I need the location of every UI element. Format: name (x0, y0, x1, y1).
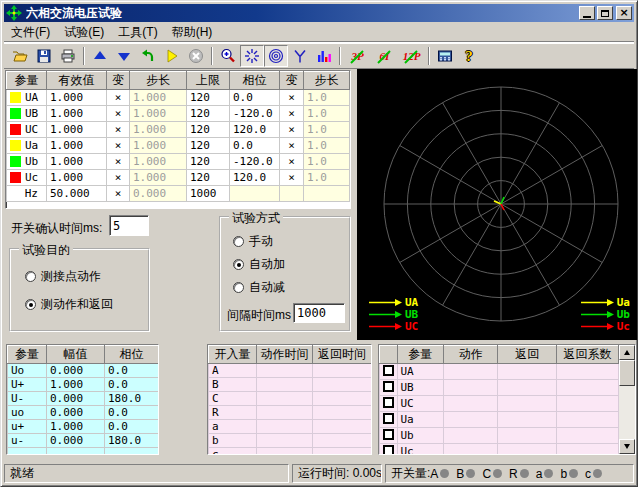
col-param: 参量 (397, 346, 443, 364)
phase-cell[interactable]: 120.0 (230, 170, 280, 186)
vary-cell[interactable]: × (107, 186, 130, 202)
y-connection-icon (292, 48, 308, 64)
checkbox[interactable] (383, 445, 394, 456)
vector-view-button[interactable] (240, 45, 264, 67)
phase-cell[interactable]: 0.0 (230, 90, 280, 106)
scroll-down-button[interactable] (619, 439, 635, 454)
interval-input[interactable] (293, 303, 345, 323)
menu-test[interactable]: 试验(E) (57, 22, 111, 43)
phase-cell[interactable]: -120.0 (230, 154, 280, 170)
help-button[interactable]: ? (457, 45, 481, 67)
mode-12p-button[interactable]: 12P (398, 45, 425, 67)
rms-cell[interactable]: 1.000 (47, 106, 107, 122)
phase-cell[interactable]: 120.0 (230, 122, 280, 138)
phase-cell[interactable]: -120.0 (230, 106, 280, 122)
vary-cell[interactable]: × (107, 154, 130, 170)
limit-cell[interactable]: 120 (187, 170, 230, 186)
radio-auto-decrease[interactable]: 自动减 (233, 279, 285, 296)
move-down-icon (116, 48, 132, 64)
calculator-button[interactable] (433, 45, 457, 67)
open-button[interactable] (8, 45, 32, 67)
limit-cell[interactable]: 120 (187, 154, 230, 170)
select-cell (380, 428, 398, 444)
radio-action-and-return[interactable]: 测动作和返回 (25, 296, 113, 313)
mode-3p-button[interactable]: 3P (344, 45, 371, 67)
toolbar-separator (339, 47, 341, 65)
rms-cell[interactable]: 50.000 (47, 186, 107, 202)
step-down-button[interactable] (112, 45, 136, 67)
zoom-button[interactable] (216, 45, 240, 67)
limit-cell[interactable]: 1000 (187, 186, 230, 202)
limit-cell[interactable]: 120 (187, 122, 230, 138)
action-time-cell (257, 448, 313, 456)
maximize-button[interactable] (597, 6, 613, 20)
table-header-row: 开入量 动作时间 返回时间 (209, 346, 372, 364)
switch-c2: c (585, 467, 591, 481)
vary-cell[interactable]: × (107, 138, 130, 154)
limit-cell[interactable]: 120 (187, 90, 230, 106)
step-cell: 1.000 (130, 138, 187, 154)
vary-cell[interactable]: × (280, 138, 304, 154)
step-up-button[interactable] (88, 45, 112, 67)
scroll-up-button[interactable] (619, 345, 635, 360)
rms-cell[interactable]: 1.000 (47, 154, 107, 170)
binary-input-table: 开入量 动作时间 返回时间 A B C R a b c (208, 345, 372, 455)
radio-manual[interactable]: 手动 (233, 233, 273, 250)
switch-state-icon (493, 469, 502, 478)
toolbar-separator (83, 47, 85, 65)
vary-cell[interactable]: × (107, 90, 130, 106)
switch-state-icon (544, 469, 553, 478)
limit-cell[interactable]: 120 (187, 106, 230, 122)
return-cell (498, 428, 557, 444)
table-row: U-0.000180.0 (8, 392, 159, 406)
vary-cell[interactable]: × (107, 122, 130, 138)
mode-6i-button[interactable]: 6I (371, 45, 398, 67)
app-window: 六相交流电压试验 × 文件(F) 试验(E) 工具(T) 帮助(H) (0, 0, 638, 487)
phase-cell (230, 186, 280, 202)
menu-help[interactable]: 帮助(H) (165, 22, 220, 43)
vary-cell[interactable]: × (280, 106, 304, 122)
radio-auto-increase[interactable]: 自动加 (233, 256, 285, 273)
run-button[interactable] (160, 45, 184, 67)
checkbox[interactable] (383, 429, 394, 440)
minimize-button[interactable] (579, 6, 595, 20)
checkbox[interactable] (383, 365, 394, 376)
vary-cell[interactable]: × (107, 106, 130, 122)
phase-cell[interactable]: 0.0 (230, 138, 280, 154)
print-button[interactable] (56, 45, 80, 67)
radio-icon (25, 299, 36, 310)
rms-cell[interactable]: 1.000 (47, 170, 107, 186)
table-row: R (209, 406, 372, 420)
y-connection-button[interactable] (288, 45, 312, 67)
rms-cell[interactable]: 1.000 (47, 122, 107, 138)
rms-cell[interactable]: 1.000 (47, 90, 107, 106)
vector-arrow-icon (581, 322, 615, 331)
vary-cell[interactable]: × (280, 90, 304, 106)
stop-button[interactable] (184, 45, 208, 67)
scrollbar-thumb[interactable] (619, 360, 635, 386)
param-label-cell: UB (7, 106, 47, 122)
vary-cell[interactable]: × (107, 170, 130, 186)
close-button[interactable]: × (616, 6, 632, 20)
checkbox[interactable] (383, 397, 394, 408)
checkbox[interactable] (383, 413, 394, 424)
vertical-scrollbar[interactable] (619, 345, 635, 454)
switch-confirm-input[interactable] (109, 215, 149, 236)
harmonic-view-button[interactable] (312, 45, 336, 67)
radio-contact-action[interactable]: 测接点动作 (25, 268, 101, 285)
rms-cell[interactable]: 1.000 (47, 138, 107, 154)
vary-cell[interactable]: × (280, 154, 304, 170)
menu-file[interactable]: 文件(F) (4, 22, 57, 43)
menu-tools[interactable]: 工具(T) (111, 22, 164, 43)
limit-cell[interactable]: 120 (187, 138, 230, 154)
impedance-view-button[interactable] (264, 45, 288, 67)
vary-cell[interactable]: × (280, 122, 304, 138)
select-cell (380, 364, 398, 380)
vary-cell[interactable]: × (280, 170, 304, 186)
save-button[interactable] (32, 45, 56, 67)
checkbox[interactable] (383, 381, 394, 392)
reset-button[interactable] (136, 45, 160, 67)
table-row: UA 1.000 × 1.000 120 0.0 × 1.0 (7, 90, 350, 106)
run-icon (164, 48, 180, 64)
step-cell: 1.000 (130, 170, 187, 186)
